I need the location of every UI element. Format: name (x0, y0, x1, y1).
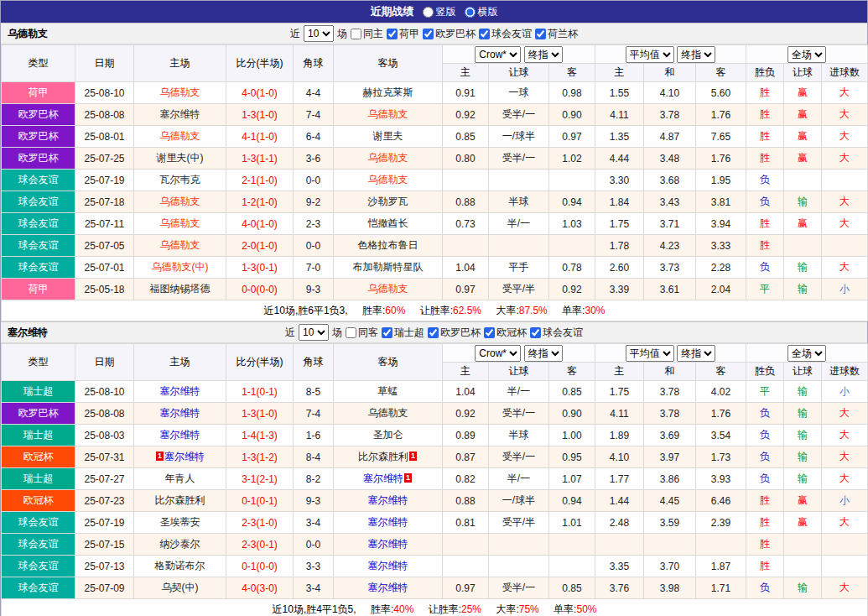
score-cell: 2-3(0-1) (226, 534, 294, 556)
horizontal-radio-input[interactable] (465, 7, 476, 18)
results-table: 类型 日期 主场 比分(半场) 角球 客场 Crow* 终指 平均值 终指 (1, 343, 868, 616)
avg-home-cell: 2.48 (595, 512, 644, 534)
avg-home-cell: 4.10 (595, 446, 644, 468)
match-row: 球会友谊25-07-13格勤诺布尔0-1(0-0)3-3塞尔维特3.353.70… (2, 556, 868, 577)
layout-horizontal-radio[interactable]: 横版 (465, 5, 498, 19)
goals-result-cell: 大 (822, 191, 868, 213)
league-filter-checkbox[interactable]: 瑞士超 (382, 326, 424, 340)
layout-vertical-radio[interactable]: 竖版 (423, 5, 456, 19)
average-select[interactable]: 平均值 (626, 46, 674, 63)
score-cell: 1-3(1-0) (226, 104, 294, 126)
handicap-result-cell: 赢 (784, 126, 822, 148)
result-cell: 负 (746, 577, 784, 599)
league-badge: 荷甲 (2, 82, 75, 104)
avg-home-cell: 3.76 (595, 577, 644, 599)
league-checkbox-input[interactable] (479, 29, 490, 39)
scope-select[interactable]: 全场 (787, 46, 826, 63)
league-badge: 球会友谊 (2, 191, 75, 213)
avg-home-cell: 1.77 (595, 468, 644, 490)
corner-cell: 8-5 (294, 381, 334, 403)
away-team-cell: 乌德勒支 (334, 279, 443, 300)
home-team-name: 圣埃蒂安 (160, 516, 200, 528)
avg-away-cell: 1.76 (696, 104, 746, 126)
avg-away-cell: 7.65 (696, 126, 746, 148)
bookmaker-select[interactable]: Crow* (475, 345, 521, 362)
date-cell: 25-08-03 (75, 425, 134, 446)
league-filter-checkbox[interactable]: 球会友谊 (530, 326, 583, 340)
same-venue-checkbox[interactable]: 同主 (351, 27, 383, 41)
league-checkbox-input[interactable] (535, 29, 546, 39)
summary-stat: 胜率:60% (362, 305, 405, 316)
league-checkbox-input[interactable] (530, 327, 541, 338)
home-team-name: 年青人 (165, 472, 195, 484)
handicap-cell (489, 534, 549, 556)
result-cell: 胜 (746, 534, 784, 556)
average-group-header: 平均值 终指 (595, 45, 746, 64)
league-checkbox-input[interactable] (387, 29, 398, 39)
league-filter-checkbox[interactable]: 荷兰杯 (535, 27, 578, 41)
recent-count-select[interactable]: 10 (299, 324, 329, 341)
date-cell: 25-07-13 (75, 556, 134, 577)
sub-header-odds-home: 主 (443, 363, 489, 381)
away-team-name: 比尔森胜利 (358, 451, 408, 462)
avg-away-cell: 1.87 (696, 556, 746, 577)
page-title: 近期战绩 (371, 4, 414, 19)
average-select[interactable]: 平均值 (626, 345, 674, 362)
handicap-result-cell: 赢 (784, 213, 822, 235)
odds-time-select[interactable]: 终指 (524, 46, 563, 63)
date-cell: 25-08-01 (75, 126, 134, 148)
corner-cell: 3-3 (294, 556, 334, 577)
home-odds-cell: 0.73 (443, 213, 489, 235)
sub-header-result: 胜负 (746, 363, 784, 381)
same-venue-checkbox-input[interactable] (346, 327, 356, 338)
league-checkbox-input[interactable] (423, 29, 434, 39)
league-filter-checkbox[interactable]: 球会友谊 (479, 27, 532, 41)
league-checkbox-input[interactable] (484, 327, 495, 338)
league-badge: 球会友谊 (2, 213, 75, 235)
sub-header-goals-result: 进球数 (822, 363, 868, 381)
scope-group-header: 全场 (746, 344, 868, 363)
away-team-cell: 沙勒罗瓦 (334, 191, 443, 213)
away-team-cell: 乌德勒支 (334, 403, 443, 425)
avg-home-cell: 4.11 (595, 403, 644, 425)
league-badge: 球会友谊 (2, 577, 75, 599)
away-team-cell: 草蜢 (334, 381, 443, 403)
bookmaker-select[interactable]: Crow* (475, 46, 521, 63)
sub-header-avg-away: 客 (696, 64, 746, 82)
vertical-radio-input[interactable] (423, 7, 434, 18)
summary-row: 近10场,胜6平1负3, 胜率:60% 让胜率:62.5% 大率:87.5% 单… (2, 300, 868, 321)
handicap-cell: 受半/一 (489, 446, 549, 468)
goals-result-cell: 大 (822, 126, 868, 148)
home-team-cell: 福图纳锡塔德 (134, 279, 226, 300)
away-odds-cell: 1.01 (549, 512, 595, 534)
corner-cell: 7-4 (294, 403, 334, 425)
handicap-result-cell: 输 (784, 577, 822, 599)
home-odds-cell: 0.82 (443, 468, 489, 490)
same-venue-checkbox-input[interactable] (351, 29, 361, 39)
home-team-cell: 比尔森胜利 (134, 490, 226, 512)
league-checkbox-input[interactable] (382, 327, 392, 338)
odds-time-select[interactable]: 终指 (524, 345, 563, 362)
handicap-cell: 受半/一 (489, 577, 549, 599)
away-team-cell: 塞尔维特1 (334, 468, 443, 490)
league-filter-checkbox[interactable]: 欧罗巴杯 (423, 27, 476, 41)
scope-select[interactable]: 全场 (787, 345, 826, 362)
league-filter-checkbox[interactable]: 荷甲 (387, 27, 419, 41)
league-checkbox-input[interactable] (428, 327, 439, 338)
handicap-result-cell: 输 (784, 191, 822, 213)
league-badge: 瑞士超 (2, 468, 75, 490)
avg-time-select[interactable]: 终指 (677, 46, 715, 63)
sub-header-handicap: 让球 (489, 363, 549, 381)
recent-count-select[interactable]: 10 (304, 25, 334, 42)
away-odds-cell: 1.07 (549, 468, 595, 490)
filter-bar: 近 10 场 同主 荷甲 欧罗巴杯 球会友谊 荷兰杯 (290, 25, 578, 42)
avg-time-select[interactable]: 终指 (677, 345, 715, 362)
same-venue-checkbox[interactable]: 同客 (346, 326, 378, 340)
away-team-cell: 谢里夫 (334, 126, 443, 148)
date-cell: 25-07-05 (75, 235, 134, 257)
league-filter-checkbox[interactable]: 欧罗巴杯 (428, 326, 481, 340)
away-team-cell: 赫拉克莱斯 (334, 82, 443, 104)
home-team-cell: 纳沙泰尔 (134, 534, 226, 556)
league-filter-checkbox[interactable]: 欧冠杯 (484, 326, 527, 340)
sub-header-handicap-result: 让球 (784, 363, 822, 381)
